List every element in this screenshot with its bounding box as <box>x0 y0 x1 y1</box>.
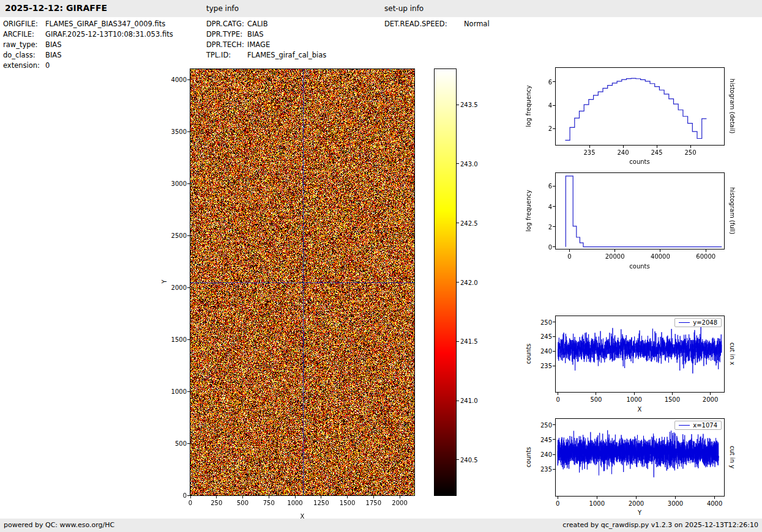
x-tick-label: 245 <box>640 149 674 157</box>
cut-in-y-canvas <box>556 419 724 496</box>
x-tick-label: 60000 <box>689 253 723 260</box>
y-tick-label: 3500 <box>159 128 187 136</box>
cut-in-x-plot: y=2048 0500100015002000235240245250 <box>555 316 725 393</box>
cut-in-y-legend: x=1074 <box>674 421 722 430</box>
qc-report-page: 2025-12-12: GIRAFFE type info set-up inf… <box>0 0 762 532</box>
cut-in-x-canvas <box>556 316 724 392</box>
x-tick-mark <box>597 497 597 499</box>
info-label: ARCFILE: <box>3 29 45 40</box>
file-info-block: ORIGFILE:FLAMES_GIRAF_BIAS347_0009.fitsA… <box>3 19 173 71</box>
y-tick-mark <box>553 366 555 366</box>
histogram-detail-x-axis-label: counts <box>615 158 664 165</box>
colorbar-tick-mark <box>457 459 459 460</box>
x-tick-label: 1000 <box>617 396 651 404</box>
cut-in-x-legend-label: y=2048 <box>693 319 717 326</box>
cut-in-x-x-axis-label: X <box>624 406 655 413</box>
y-tick-mark <box>187 79 190 80</box>
cut-in-x-right-label: cut in x <box>728 316 736 393</box>
y-tick-mark <box>187 443 190 444</box>
info-label: TPL.ID: <box>206 50 247 61</box>
y-tick-mark <box>187 183 190 184</box>
x-tick-mark <box>614 249 615 252</box>
info-row: ORIGFILE:FLAMES_GIRAF_BIAS347_0009.fits <box>3 19 173 29</box>
raw-image-canvas <box>190 69 414 495</box>
x-tick-label: 1000 <box>580 500 614 508</box>
x-tick-label: 20000 <box>598 253 632 260</box>
x-tick-mark <box>347 496 348 498</box>
colorbar-tick-mark <box>457 163 459 164</box>
y-tick-mark <box>553 424 555 425</box>
colorbar: 240.5241.0241.5242.0242.5243.0243.5 <box>434 68 457 496</box>
cut-in-x-y-axis-label: counts <box>525 316 532 393</box>
colorbar-tick-label: 241.0 <box>460 397 488 405</box>
x-tick-mark <box>672 393 673 395</box>
x-tick-mark <box>569 249 570 252</box>
x-tick-mark <box>295 496 296 498</box>
x-tick-mark <box>634 393 635 395</box>
x-tick-mark <box>216 496 217 498</box>
cut-in-y-legend-label: x=1074 <box>693 422 717 429</box>
x-tick-mark <box>706 249 706 252</box>
y-tick-mark <box>553 454 555 455</box>
y-tick-mark <box>553 226 555 227</box>
info-row: DPR.TECH:IMAGE <box>206 40 326 50</box>
y-tick-label: 4000 <box>159 76 187 84</box>
histogram-full-x-axis-label: counts <box>615 263 664 270</box>
y-tick-label: 2500 <box>159 232 187 240</box>
y-tick-label: 0 <box>159 492 187 500</box>
y-tick-mark <box>553 336 555 337</box>
x-tick-label: 40000 <box>643 253 678 260</box>
x-tick-mark <box>269 496 269 498</box>
y-tick-label: 3000 <box>159 180 187 188</box>
info-value: GIRAF.2025-12-13T10:08:31.053.fits <box>45 29 173 40</box>
colorbar-tick-label: 242.5 <box>460 220 488 227</box>
y-tick-mark <box>553 322 555 322</box>
x-tick-label: 1500 <box>655 396 689 404</box>
type-info-block: DPR.CATG:CALIBDPR.TYPE:BIASDPR.TECH:IMAG… <box>206 19 326 61</box>
footer-left-text: powered by QC: www.eso.org/HC <box>4 521 114 529</box>
info-row: extension:0 <box>3 61 173 71</box>
info-value: FLAMES_giraf_cal_bias <box>247 50 326 61</box>
x-tick-label: 2000 <box>383 499 417 507</box>
info-row: raw_type:BIAS <box>3 40 173 50</box>
x-tick-mark <box>657 146 657 148</box>
info-label: extension: <box>3 61 45 71</box>
y-tick-mark <box>553 246 555 247</box>
x-tick-mark <box>558 393 558 395</box>
x-tick-label: 240 <box>606 149 640 157</box>
colorbar-tick-mark <box>457 105 459 105</box>
y-tick-mark <box>553 105 555 106</box>
info-label: DPR.CATG: <box>206 19 247 29</box>
info-row: ARCFILE:GIRAF.2025-12-13T10:08:31.053.fi… <box>3 29 173 40</box>
colorbar-tick-label: 243.5 <box>460 101 488 109</box>
info-row: DET.READ.SPEED:Normal <box>384 19 490 29</box>
footer-right-text: created by qc_rawdisp.py v1.2.3 on 2025-… <box>562 521 758 529</box>
info-row: DPR.TYPE:BIAS <box>206 29 326 40</box>
y-tick-mark <box>553 128 555 129</box>
colorbar-canvas <box>435 69 456 495</box>
x-tick-label: 2000 <box>693 396 728 404</box>
x-tick-label: 3000 <box>659 500 693 508</box>
info-label: DPR.TECH: <box>206 40 247 50</box>
x-tick-mark <box>636 497 637 499</box>
colorbar-tick-mark <box>457 282 459 283</box>
x-tick-label: 500 <box>579 396 613 404</box>
y-tick-mark <box>553 351 555 352</box>
info-row: do_class:BIAS <box>3 50 173 61</box>
x-tick-mark <box>321 496 321 498</box>
x-tick-mark <box>242 496 243 498</box>
y-tick-label: 1000 <box>159 388 187 396</box>
x-tick-label: 2000 <box>619 500 653 508</box>
histogram-full-right-label: histogram (full) <box>728 172 736 249</box>
y-tick-mark <box>187 287 190 288</box>
x-tick-mark <box>589 146 590 148</box>
setup-info-heading: set-up info <box>384 4 424 13</box>
x-tick-mark <box>400 496 400 498</box>
setup-info-block: DET.READ.SPEED:Normal <box>384 19 490 29</box>
histogram-detail-plot: 235240245250246 <box>555 67 725 146</box>
info-row: TPL.ID:FLAMES_giraf_cal_bias <box>206 50 326 61</box>
page-title: 2025-12-12: GIRAFFE <box>5 3 107 13</box>
header-bar <box>0 0 762 17</box>
cut-in-y-plot: x=1074 01000200030004000235240245250 <box>555 418 725 497</box>
x-tick-mark <box>660 249 660 252</box>
